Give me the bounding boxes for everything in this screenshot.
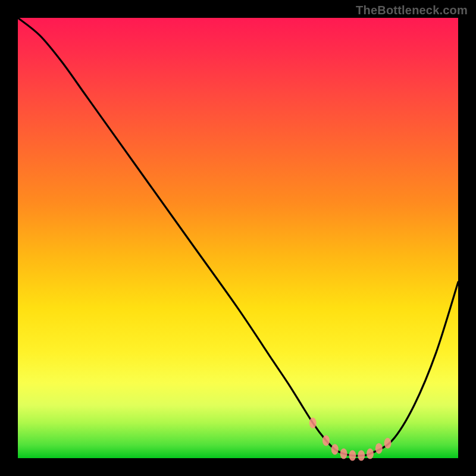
bottleneck-curve-path (18, 18, 458, 456)
curve-marker (358, 450, 365, 461)
plot-area (18, 18, 458, 458)
curve-marker (309, 418, 317, 428)
watermark-text: TheBottleneck.com (356, 4, 468, 17)
curve-marker (375, 443, 383, 454)
curve-marker (340, 449, 347, 459)
curve-marker (367, 449, 374, 459)
chart-frame: TheBottleneck.com (0, 0, 476, 476)
marker-group (309, 418, 392, 461)
curve-marker (384, 438, 392, 449)
curve-marker (349, 450, 356, 461)
curve-marker (322, 435, 330, 446)
curve-svg (18, 18, 458, 458)
curve-marker (331, 444, 339, 455)
